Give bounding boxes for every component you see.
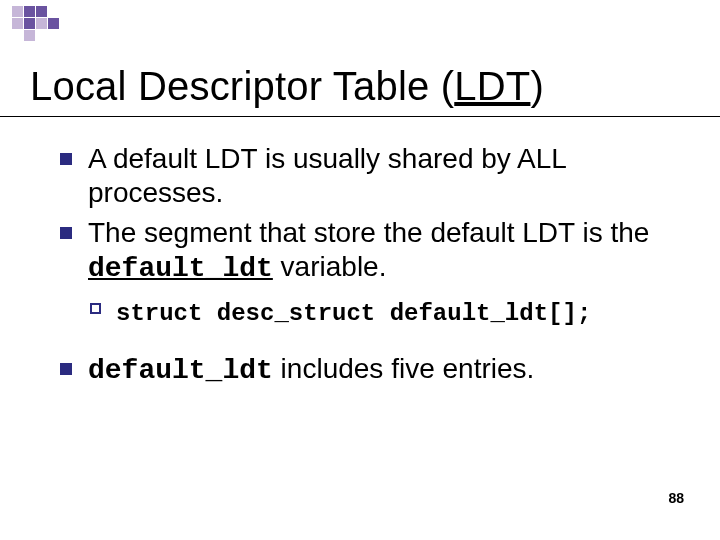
- corner-decoration: [12, 6, 59, 41]
- deco-cell: [36, 30, 47, 41]
- deco-cell: [36, 6, 47, 17]
- bullet-text: default_ldt includes five entries.: [88, 353, 534, 384]
- title-underlined: LDT: [454, 64, 530, 108]
- slide-title: Local Descriptor Table (LDT): [30, 64, 544, 109]
- sub-bullet-item: struct desc_struct default_ldt[];: [116, 297, 680, 328]
- deco-cell: [48, 30, 59, 41]
- deco-cell: [48, 6, 59, 17]
- sub-bullet-text: struct desc_struct default_ldt[];: [116, 300, 591, 327]
- deco-cell: [24, 18, 35, 29]
- title-underline-rule: [0, 116, 720, 117]
- page-number: 88: [668, 490, 684, 506]
- deco-cell: [36, 18, 47, 29]
- bullet-text: The segment that store the default LDT i…: [88, 217, 649, 282]
- square-bullet-icon: [60, 363, 72, 375]
- bullet-item: default_ldt includes five entries.: [88, 352, 680, 388]
- deco-cell: [24, 30, 35, 41]
- deco-cell: [12, 18, 23, 29]
- title-pre: Local Descriptor Table (: [30, 64, 454, 108]
- deco-cell: [48, 18, 59, 29]
- bullet-item: A default LDT is usually shared by ALL p…: [88, 142, 680, 210]
- deco-cell: [12, 30, 23, 41]
- square-bullet-icon: [60, 153, 72, 165]
- open-square-bullet-icon: [90, 303, 101, 314]
- deco-cell: [12, 6, 23, 17]
- bullet-text: A default LDT is usually shared by ALL p…: [88, 143, 566, 208]
- square-bullet-icon: [60, 227, 72, 239]
- deco-cell: [24, 6, 35, 17]
- bullet-item: The segment that store the default LDT i…: [88, 216, 680, 328]
- title-post: ): [530, 64, 544, 108]
- slide-body: A default LDT is usually shared by ALL p…: [88, 142, 680, 394]
